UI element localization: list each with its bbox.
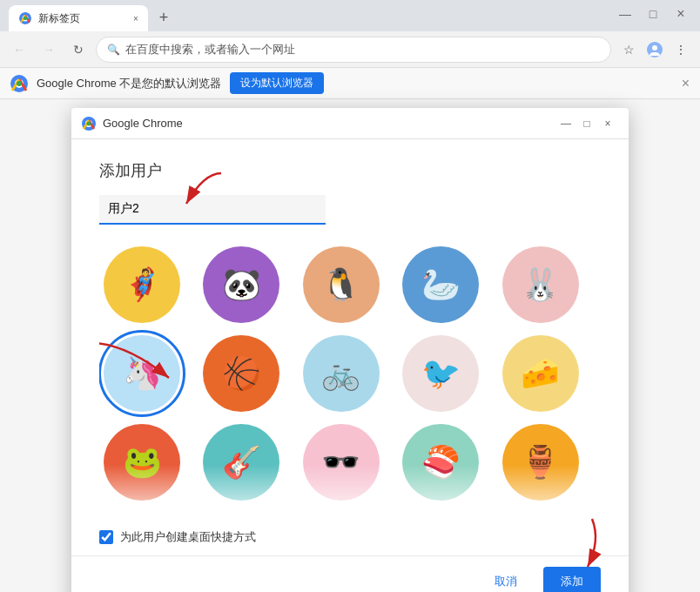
dialog-titlebar: Google Chrome — □ ×	[71, 108, 629, 139]
sushi-avatar[interactable]: 🍣	[401, 423, 480, 501]
tab-favicon	[19, 12, 31, 24]
add-button[interactable]: 添加	[543, 567, 601, 592]
svg-point-7	[17, 81, 22, 86]
toolbar-right: ☆ ⋮	[616, 37, 693, 62]
arrow-to-input	[169, 169, 239, 212]
svg-point-2	[24, 17, 27, 20]
tab-bar: 新标签页 × + — □ ×	[0, 0, 700, 31]
vase-avatar[interactable]: 🏺	[501, 423, 580, 501]
cancel-button[interactable]: 取消	[477, 567, 535, 592]
page-content: Google Chrome — □ × 添加用户	[0, 99, 700, 592]
dialog-overlay: Google Chrome — □ × 添加用户	[0, 99, 700, 592]
avatar-grid: 🦸🐼🐧🦢🐰🦄🏀🚲🐦🧀🐸🎸🕶️🍣🏺🦊🐙🎩🌮🎺	[103, 239, 597, 508]
window-close-button[interactable]: ×	[669, 2, 693, 26]
desktop-shortcut-checkbox[interactable]	[99, 530, 113, 544]
checkbox-row: 为此用户创建桌面快捷方式	[99, 526, 601, 548]
username-input-container	[99, 195, 601, 225]
dialog-maximize-button[interactable]: □	[576, 113, 597, 134]
tab-close-button[interactable]: ×	[129, 11, 143, 25]
penguin-avatar[interactable]: 🐧	[302, 246, 380, 324]
svg-point-4	[652, 45, 657, 50]
dialog-title: Google Chrome	[103, 117, 555, 130]
set-default-browser-button[interactable]: 设为默认浏览器	[230, 72, 324, 94]
guitar-avatar[interactable]: 🎸	[202, 423, 280, 501]
dialog-footer: 取消 添加	[71, 555, 629, 592]
info-bar: Google Chrome 不是您的默认浏览器 设为默认浏览器 ×	[0, 68, 700, 99]
dialog-body: 添加用户	[71, 139, 629, 522]
bird-avatar[interactable]: 🦢	[401, 246, 480, 324]
bookmark-icon[interactable]: ☆	[616, 37, 641, 62]
cardinal-avatar[interactable]: 🐦	[401, 334, 480, 413]
add-user-dialog: Google Chrome — □ × 添加用户	[71, 108, 629, 592]
window-minimize-button[interactable]: —	[613, 2, 637, 26]
avatar-grid-container: 🦸🐼🐧🦢🐰🦄🏀🚲🐦🧀🐸🎸🕶️🍣🏺🦊🐙🎩🌮🎺	[99, 239, 601, 508]
panda-avatar[interactable]: 🐼	[202, 246, 280, 324]
new-tab-button[interactable]: +	[151, 5, 176, 30]
dialog-close-button[interactable]: ×	[597, 113, 618, 134]
infobar-close-button[interactable]: ×	[682, 76, 690, 91]
active-tab[interactable]: 新标签页 ×	[9, 5, 148, 31]
infobar-message: Google Chrome 不是您的默认浏览器	[37, 76, 221, 91]
forward-button[interactable]: →	[37, 37, 61, 62]
toolbar: ← → ↻ 🔍 在百度中搜索，或者输入一个网址 ☆ ⋮	[0, 31, 700, 68]
frog-avatar[interactable]: 🐸	[103, 423, 181, 501]
browser-frame: 新标签页 × + — □ × ← → ↻ 🔍 在百度中搜索，或者输入一个网址 ☆	[0, 0, 700, 592]
address-icon: 🔍	[107, 44, 120, 56]
window-maximize-button[interactable]: □	[641, 2, 665, 26]
address-bar[interactable]: 🔍 在百度中搜索，或者输入一个网址	[96, 37, 611, 63]
profile-icon[interactable]	[643, 37, 667, 62]
avatar-grid-scroll[interactable]: 🦸🐼🐧🦢🐰🦄🏀🚲🐦🧀🐸🎸🕶️🍣🏺🦊🐙🎩🌮🎺	[99, 239, 601, 508]
checkbox-label[interactable]: 为此用户创建桌面快捷方式	[120, 529, 256, 545]
dialog-minimize-button[interactable]: —	[555, 113, 576, 134]
cheese-avatar[interactable]: 🧀	[501, 334, 580, 413]
chrome-logo-icon	[10, 75, 28, 92]
rabbit-avatar[interactable]: 🐰	[501, 246, 580, 324]
unicorn-avatar[interactable]: 🦄	[103, 334, 181, 413]
glasses-avatar[interactable]: 🕶️	[302, 423, 380, 501]
svg-point-10	[87, 121, 91, 125]
tab-label: 新标签页	[38, 11, 80, 26]
bear-avatar[interactable]: 🦸	[103, 246, 181, 324]
reload-button[interactable]: ↻	[66, 37, 91, 62]
basketball-avatar[interactable]: 🏀	[202, 334, 280, 413]
menu-icon[interactable]: ⋮	[669, 37, 693, 62]
add-button-container: 添加	[543, 567, 601, 592]
bike-avatar[interactable]: 🚲	[302, 334, 380, 413]
address-value: 在百度中搜索，或者输入一个网址	[125, 42, 295, 57]
dialog-chrome-icon	[82, 117, 96, 131]
checkbox-container: 为此用户创建桌面快捷方式	[71, 522, 629, 555]
back-button[interactable]: ←	[7, 37, 31, 62]
